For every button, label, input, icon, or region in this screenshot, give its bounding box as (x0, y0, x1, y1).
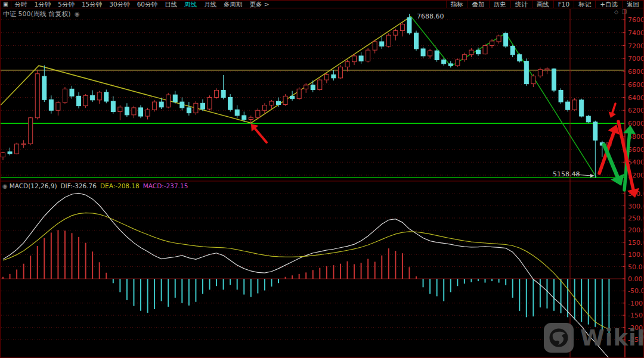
svg-text:6600: 6600 (628, 81, 644, 89)
svg-text:250.0: 250.0 (628, 214, 644, 222)
svg-text:200.0: 200.0 (628, 226, 644, 234)
svg-text:7000: 7000 (628, 55, 644, 63)
svg-text:6200: 6200 (628, 107, 644, 114)
svg-text:5158.48: 5158.48 (553, 170, 580, 178)
svg-text:0.00: 0.00 (628, 275, 643, 283)
trading-app-window: ▣ 分时1分钟5分钟15分钟30分钟60分钟日线周线月线多周期更多 > 指标叠加… (0, 0, 644, 358)
svg-text:7600: 7600 (628, 16, 644, 24)
svg-text:-150.0: -150.0 (628, 312, 644, 319)
svg-text:-50.00: -50.00 (628, 287, 644, 295)
svg-text:6400: 6400 (628, 94, 644, 102)
svg-text:7688.60: 7688.60 (417, 13, 444, 20)
wikifx-logo-icon (543, 322, 574, 353)
wikifx-watermark: WikiFX (543, 322, 644, 353)
svg-text:100.0: 100.0 (628, 251, 644, 259)
svg-text:6800: 6800 (628, 68, 644, 76)
svg-text:7400: 7400 (628, 29, 644, 37)
svg-text:300.0: 300.0 (628, 203, 644, 210)
svg-text:5400: 5400 (628, 158, 644, 166)
chart-canvas[interactable]: 7600740072007000680066006400620060005800… (1, 1, 644, 358)
svg-text:150.0: 150.0 (628, 239, 644, 247)
watermark-text: WikiFX (580, 325, 644, 351)
svg-text:-100.0: -100.0 (628, 300, 644, 307)
svg-text:5600: 5600 (628, 146, 644, 154)
svg-text:7200: 7200 (628, 42, 644, 50)
svg-text:50.00: 50.00 (628, 263, 644, 271)
